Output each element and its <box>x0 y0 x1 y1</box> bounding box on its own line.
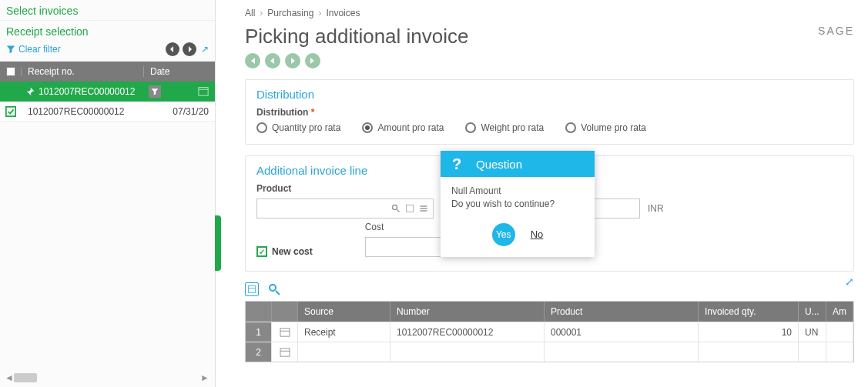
cell-number <box>390 342 545 362</box>
required-star-icon: * <box>311 107 315 118</box>
cell-source: Receipt <box>298 322 390 342</box>
list-item[interactable]: 1012007REC00000012 07/31/20 <box>0 102 215 122</box>
svg-rect-13 <box>280 328 290 335</box>
cell-invoiced-qty <box>699 342 799 362</box>
expand-grid-icon[interactable]: ⤢ <box>845 275 854 288</box>
grid-detail-icon[interactable] <box>245 282 259 296</box>
search-icon[interactable] <box>268 283 280 295</box>
distribution-title: Distribution <box>256 88 843 101</box>
action-icon[interactable] <box>405 204 414 213</box>
cell-product: 000001 <box>545 322 699 342</box>
receipt-selection-header: Receipt selection <box>0 21 215 41</box>
chevron-right-icon: › <box>318 8 321 18</box>
scroll-thumb[interactable] <box>14 373 37 382</box>
next-record-icon[interactable] <box>285 53 300 68</box>
checkbox-checked-icon: ✓ <box>256 246 267 257</box>
distribution-label-text: Distribution <box>256 107 308 118</box>
next-page-icon[interactable] <box>183 42 196 56</box>
radio-weight-pro-rata[interactable]: Weight pro rata <box>465 122 544 133</box>
expand-panel-icon[interactable]: ↗ <box>199 44 210 55</box>
filter-icon <box>6 45 15 54</box>
svg-point-3 <box>393 205 397 210</box>
prev-record-icon[interactable] <box>265 53 280 68</box>
cell-invoiced-qty: 10 <box>699 322 799 342</box>
svg-line-4 <box>397 210 400 212</box>
dialog-title: Question <box>476 158 522 171</box>
cell-unit <box>799 342 826 362</box>
row-checkbox-checked[interactable] <box>0 106 22 117</box>
pin-icon <box>25 86 35 97</box>
radio-label: Quantity pro rata <box>272 122 340 133</box>
row-action-icon[interactable] <box>272 322 298 342</box>
left-filter-row: 1012007REC00000012 <box>0 82 215 102</box>
filter-date-cell[interactable] <box>144 85 215 98</box>
distribution-field-label: Distribution * <box>256 107 843 118</box>
dialog-message-line1: Null Amount <box>451 185 584 198</box>
table-row[interactable]: 1 Receipt 1012007REC00000012 000001 10 U… <box>246 322 853 342</box>
first-record-icon[interactable] <box>245 53 260 68</box>
left-scrollbar[interactable]: ◄ ► <box>5 372 209 384</box>
radio-label: Weight pro rata <box>481 122 544 133</box>
left-table-header: Receipt no. Date <box>0 62 215 82</box>
grid-col-source[interactable]: Source <box>298 302 390 322</box>
row-index: 2 <box>246 342 272 362</box>
table-row[interactable]: 2 <box>246 342 853 362</box>
invoice-lines-grid: Source Number Product Invoiced qty. U...… <box>245 301 854 362</box>
radio-label: Volume pro rata <box>581 122 646 133</box>
col-receipt-no[interactable]: Receipt no. <box>22 66 144 77</box>
lookup-icon[interactable] <box>391 204 400 213</box>
filter-receipt-cell[interactable]: 1012007REC00000012 <box>22 86 144 97</box>
breadcrumb-all[interactable]: All <box>245 8 255 18</box>
cell-amount <box>826 322 853 342</box>
product-input[interactable] <box>256 199 434 219</box>
breadcrumb-invoices[interactable]: Invoices <box>326 8 360 18</box>
grid-header-row: Source Number Product Invoiced qty. U...… <box>246 302 853 322</box>
last-record-icon[interactable] <box>305 53 320 68</box>
new-cost-label: New cost <box>272 246 313 257</box>
clear-filter-link[interactable]: Clear filter <box>18 44 61 55</box>
radio-icon-checked <box>362 122 373 133</box>
select-invoices-header[interactable]: Select invoices <box>0 0 215 21</box>
currency-label: INR <box>648 203 664 214</box>
svg-rect-9 <box>249 286 256 293</box>
radio-icon <box>465 122 476 133</box>
row-receipt-value: 1012007REC00000012 <box>22 106 144 117</box>
cell-unit: UN <box>799 322 826 342</box>
calendar-icon[interactable] <box>198 85 210 98</box>
header-checkbox[interactable] <box>0 67 22 76</box>
svg-rect-15 <box>280 348 290 355</box>
cell-number: 1012007REC00000012 <box>390 322 545 342</box>
col-date[interactable]: Date <box>144 66 215 77</box>
dialog-message-line2: Do you wish to continue? <box>451 198 584 211</box>
radio-volume-pro-rata[interactable]: Volume pro rata <box>565 122 646 133</box>
yes-button[interactable]: Yes <box>492 223 515 246</box>
left-nav-icons: ↗ <box>166 42 215 56</box>
row-action-icon[interactable] <box>272 342 298 362</box>
svg-point-11 <box>270 285 276 291</box>
grid-col-number[interactable]: Number <box>390 302 545 322</box>
list-icon[interactable] <box>419 204 428 213</box>
dialog-actions: Yes No <box>441 215 595 257</box>
scroll-left-icon[interactable]: ◄ <box>5 372 14 383</box>
svg-line-12 <box>276 291 280 295</box>
cell-source <box>298 342 390 362</box>
grid-col-unit[interactable]: U... <box>799 302 826 322</box>
grid-col-invoiced-qty[interactable]: Invoiced qty. <box>699 302 799 322</box>
grid-col-amount[interactable]: Am <box>826 302 853 322</box>
grid-col-rownum <box>246 302 272 322</box>
receipt-selection-label: Receipt selection <box>6 25 89 38</box>
radio-quantity-pro-rata[interactable]: Quantity pro rata <box>256 122 340 133</box>
panel-resize-handle[interactable] <box>215 215 221 271</box>
dialog-body: Null Amount Do you wish to continue? <box>441 177 595 215</box>
radio-icon <box>565 122 576 133</box>
row-index: 1 <box>246 322 272 342</box>
breadcrumb-purchasing[interactable]: Purchasing <box>267 8 313 18</box>
prev-page-icon[interactable] <box>166 42 179 56</box>
funnel-icon[interactable] <box>149 85 161 98</box>
scroll-right-icon[interactable]: ► <box>200 372 209 383</box>
radio-amount-pro-rata[interactable]: Amount pro rata <box>362 122 444 133</box>
grid-col-product[interactable]: Product <box>545 302 699 322</box>
no-button[interactable]: No <box>531 229 544 240</box>
new-cost-checkbox-row[interactable]: ✓ New cost <box>256 246 313 257</box>
filter-receipt-value: 1012007REC00000012 <box>39 86 135 97</box>
